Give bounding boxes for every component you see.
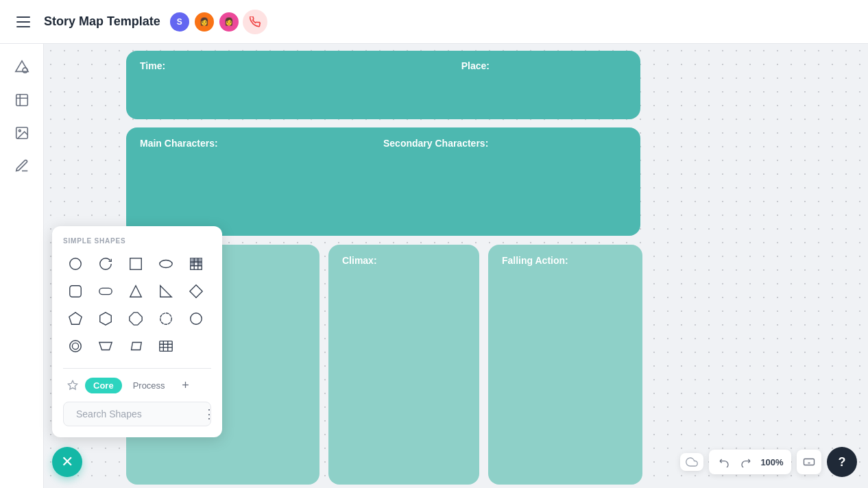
climax-label: Climax: xyxy=(342,255,377,266)
sidebar-item-draw[interactable] xyxy=(7,151,37,181)
svg-point-22 xyxy=(160,313,172,325)
cloud-save-controls xyxy=(680,453,703,471)
main-chars-section: Main Characters: xyxy=(140,137,383,226)
main-chars-label: Main Characters: xyxy=(140,138,218,149)
shapes-search-bar: ⋮ xyxy=(63,402,211,426)
tab-process[interactable]: Process xyxy=(125,378,173,393)
top-bar: Story Map Template S 👩 👩 xyxy=(0,0,868,44)
svg-rect-9 xyxy=(194,258,198,263)
svg-rect-28 xyxy=(160,341,172,352)
bottom-bar: 100% ? xyxy=(680,447,857,477)
call-button[interactable] xyxy=(243,10,267,34)
svg-point-25 xyxy=(72,343,78,349)
svg-point-23 xyxy=(191,313,202,325)
redo-button[interactable] xyxy=(736,452,756,472)
shape-parallelogram[interactable] xyxy=(123,334,148,358)
sidebar-item-shapes[interactable] xyxy=(7,52,37,82)
shape-grid-filled[interactable] xyxy=(184,252,208,276)
secondary-chars-section: Secondary Characters: xyxy=(383,137,627,226)
time-place-card: Time: Place: xyxy=(126,51,640,119)
shape-circle[interactable] xyxy=(63,252,88,276)
shape-capsule[interactable] xyxy=(93,279,118,304)
sidebar-item-frame[interactable] xyxy=(7,85,37,115)
shape-circle-double[interactable] xyxy=(63,334,88,358)
falling-action-card: Falling Action: xyxy=(488,245,642,485)
svg-marker-26 xyxy=(99,343,112,350)
svg-rect-13 xyxy=(198,262,202,266)
shape-square[interactable] xyxy=(123,252,148,276)
shape-right-triangle[interactable] xyxy=(154,279,178,304)
avatar-2: 👩 xyxy=(193,11,215,33)
svg-marker-16 xyxy=(130,286,142,297)
svg-rect-14 xyxy=(70,286,82,297)
svg-point-24 xyxy=(70,341,82,352)
shape-refresh-circle[interactable] xyxy=(93,252,118,276)
characters-card: Main Characters: Secondary Characters: xyxy=(126,127,640,236)
document-title: Story Map Template xyxy=(44,14,160,29)
shapes-grid xyxy=(63,252,211,358)
svg-point-3 xyxy=(19,130,21,132)
title-area: Story Map Template S 👩 👩 xyxy=(44,10,857,34)
cloud-icon xyxy=(686,456,698,468)
svg-point-6 xyxy=(160,260,172,268)
climax-card: Climax: xyxy=(328,245,479,485)
svg-rect-31 xyxy=(804,459,815,465)
svg-marker-21 xyxy=(130,313,142,325)
fab-close-button[interactable]: ✕ xyxy=(52,447,82,477)
shape-circle-thin[interactable] xyxy=(184,306,208,331)
avatar-3: 👩 xyxy=(218,11,240,33)
svg-rect-8 xyxy=(191,258,195,263)
svg-marker-17 xyxy=(160,286,172,297)
shapes-panel: SIMPLE SHAPES xyxy=(52,226,222,437)
shape-ellipse[interactable] xyxy=(154,252,178,276)
help-button[interactable]: ? xyxy=(827,447,857,477)
search-input[interactable] xyxy=(76,408,196,419)
undo-button[interactable] xyxy=(714,452,734,472)
svg-rect-11 xyxy=(191,262,195,266)
avatar-group: S 👩 👩 xyxy=(169,10,267,34)
svg-marker-19 xyxy=(69,313,82,324)
shape-pentagon[interactable] xyxy=(63,306,88,331)
svg-marker-20 xyxy=(100,313,112,325)
svg-rect-1 xyxy=(16,95,27,106)
zoom-level: 100% xyxy=(758,457,786,467)
svg-marker-29 xyxy=(68,380,77,389)
shape-hexagon[interactable] xyxy=(93,306,118,331)
shape-triangle[interactable] xyxy=(123,279,148,304)
avatar-s: S xyxy=(169,11,191,33)
shape-diamond[interactable] xyxy=(184,279,208,304)
sidebar xyxy=(0,44,44,488)
shape-table[interactable] xyxy=(154,334,178,358)
shape-tabs: Core Process + xyxy=(63,368,211,395)
svg-rect-10 xyxy=(198,258,202,263)
shape-octagon[interactable] xyxy=(123,306,148,331)
tab-core[interactable]: Core xyxy=(85,378,122,393)
shape-rounded-square[interactable] xyxy=(63,279,88,304)
shape-trapezoid[interactable] xyxy=(93,334,118,358)
falling-label: Falling Action: xyxy=(502,255,568,266)
svg-marker-18 xyxy=(190,285,202,297)
svg-rect-5 xyxy=(130,258,142,270)
tab-add-button[interactable]: + xyxy=(176,376,195,395)
menu-button[interactable] xyxy=(11,10,36,34)
keyboard-button[interactable] xyxy=(797,450,821,474)
svg-rect-12 xyxy=(194,262,198,266)
shapes-tab-star-icon[interactable] xyxy=(63,376,82,395)
svg-point-4 xyxy=(70,258,82,270)
zoom-controls: 100% xyxy=(709,450,791,474)
svg-rect-15 xyxy=(99,288,112,294)
time-label: Time: xyxy=(140,60,165,71)
svg-marker-27 xyxy=(132,343,142,350)
secondary-chars-label: Secondary Characters: xyxy=(383,138,488,149)
shapes-section-label: SIMPLE SHAPES xyxy=(63,237,211,245)
sidebar-item-image[interactable] xyxy=(7,118,37,148)
search-more-button[interactable]: ⋮ xyxy=(202,406,217,422)
shape-12gon[interactable] xyxy=(154,306,178,331)
place-label: Place: xyxy=(461,60,490,71)
